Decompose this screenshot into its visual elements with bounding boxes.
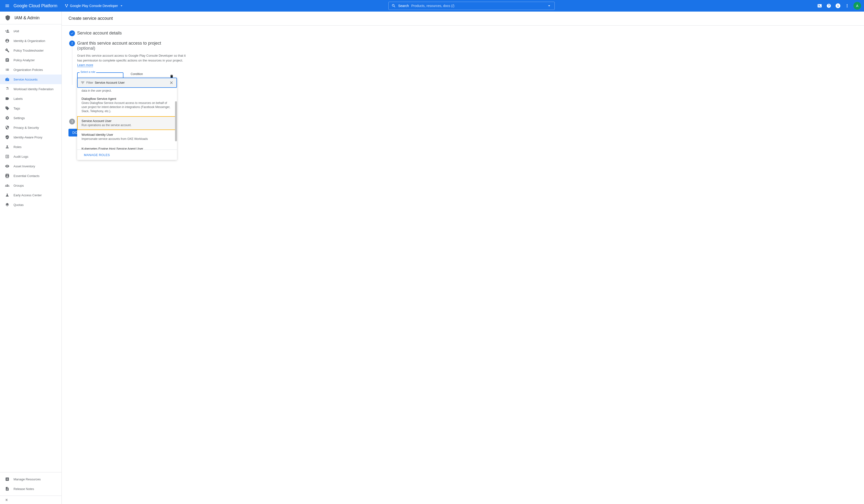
label-icon: [5, 96, 10, 101]
help-icon: [826, 3, 831, 8]
sidebar-item-service-accounts[interactable]: Service Accounts: [0, 74, 61, 84]
sidebar-item-label: Privacy & Security: [13, 126, 39, 130]
avatar[interactable]: A: [853, 2, 861, 10]
sidebar: IAM & Admin IAMIdentity & OrganizationPo…: [0, 12, 62, 504]
sidebar-item-label: Workload Identity Federation: [13, 87, 53, 91]
sidebar-item-organization-policies[interactable]: Organization Policies: [0, 65, 61, 74]
sidebar-item-quotas[interactable]: Quotas: [0, 200, 61, 209]
role-option-title: Workload Identity User: [82, 133, 172, 136]
step-2-description: Grant this service account access to Goo…: [77, 53, 190, 68]
sidebar-item-tags[interactable]: Tags: [0, 104, 61, 113]
step-2-subtitle: (optional): [77, 46, 224, 51]
sidebar-item-asset-inventory[interactable]: Asset Inventory: [0, 161, 61, 171]
header-right: 1 A: [817, 2, 861, 10]
sidebar-item-essential-contacts[interactable]: Essential Contacts: [0, 171, 61, 181]
list-icon: [5, 68, 10, 72]
badge-icon: [5, 77, 10, 82]
person-icon: [5, 145, 10, 149]
sidebar-item-policy-analyzer[interactable]: Policy Analyzer: [0, 55, 61, 65]
role-option-description: Impersonate service accounts from GKE Wo…: [82, 137, 172, 141]
role-select-label: Select a role: [80, 70, 96, 73]
visibility-icon: [5, 164, 10, 168]
sidebar-collapse-button[interactable]: [0, 495, 61, 504]
add-box-icon: [5, 477, 10, 481]
sidebar-item-label: Early Access Center: [13, 193, 42, 197]
sidebar-item-privacy-security[interactable]: Privacy & Security: [0, 123, 61, 132]
manage-roles-button[interactable]: MANAGE ROLES: [84, 153, 110, 157]
sidebar-item-label: Manage Resources: [13, 478, 41, 481]
step-1-indicator[interactable]: [69, 31, 75, 36]
sidebar-item-label: Asset Inventory: [13, 165, 35, 168]
role-dropdown-list[interactable]: data in the user project.Dialogflow Serv…: [77, 88, 177, 149]
cloud-shell-button[interactable]: [817, 3, 823, 9]
notification-badge: 1: [836, 3, 840, 8]
search-box[interactable]: Search Products, resources, docs (/): [388, 2, 555, 10]
app-header: Google Cloud Platform Google Play Consol…: [0, 0, 864, 12]
learn-more-link[interactable]: Learn more: [77, 63, 93, 67]
clear-filter-button[interactable]: [169, 81, 173, 85]
step-1-title: Service account details: [77, 31, 224, 36]
build-icon: [5, 48, 10, 52]
role-option[interactable]: Workload Identity UserImpersonate servic…: [77, 130, 177, 144]
filter-label: Filter: [86, 81, 93, 84]
sidebar-item-audit-logs[interactable]: Audit Logs: [0, 152, 61, 161]
sidebar-item-manage-resources[interactable]: Manage Resources: [0, 474, 61, 484]
sidebar-item-label: Tags: [13, 107, 20, 110]
notifications-button[interactable]: 1: [835, 3, 841, 9]
person-add-icon: [5, 29, 10, 33]
scrollbar-thumb[interactable]: [175, 101, 177, 141]
role-option[interactable]: Kubernetes Engine Host Service Agent Use…: [77, 144, 177, 149]
sidebar-item-identity-aware-proxy[interactable]: Identity-Aware Proxy: [0, 132, 61, 142]
svg-point-1: [67, 4, 68, 5]
sidebar-item-release-notes[interactable]: Release Notes: [0, 484, 61, 494]
step-2-indicator: 2: [69, 40, 75, 46]
sidebar-item-settings[interactable]: Settings: [0, 113, 61, 123]
verified-user-icon: [5, 135, 10, 140]
description-icon: [5, 487, 10, 491]
hamburger-menu-button[interactable]: [3, 1, 12, 10]
sidebar-item-early-access-center[interactable]: Early Access Center: [0, 190, 61, 200]
main-content: Create service account Service account d…: [62, 12, 864, 504]
sidebar-item-groups[interactable]: Groups: [0, 181, 61, 190]
help-button[interactable]: [826, 3, 832, 9]
logo-text[interactable]: Google Cloud Platform: [13, 3, 57, 9]
sidebar-item-label: Labels: [13, 97, 23, 100]
sidebar-item-label: Organization Policies: [13, 68, 43, 72]
sidebar-footer-section: Manage ResourcesRelease Notes: [0, 472, 61, 495]
sidebar-item-label: IAM: [13, 29, 19, 33]
check-icon: [70, 32, 74, 35]
sidebar-header[interactable]: IAM & Admin: [0, 12, 61, 24]
search-container: Search Products, resources, docs (/): [126, 2, 817, 10]
more-button[interactable]: [844, 3, 850, 9]
assignment-icon: [5, 58, 10, 62]
role-option[interactable]: data in the user project.: [77, 88, 177, 94]
sidebar-item-label: Roles: [13, 145, 22, 149]
terminal-icon: [817, 3, 822, 8]
role-option-description: Gives Dialogflow Service Account access …: [82, 101, 172, 113]
step-2: 2 Grant this service account access to p…: [69, 40, 224, 85]
sidebar-item-label: Essential Contacts: [13, 174, 39, 178]
role-option-title: Dialogflow Service Agent: [82, 97, 172, 100]
sidebar-item-labels[interactable]: Labels: [0, 94, 61, 104]
more-vert-icon: [845, 3, 850, 8]
role-option[interactable]: Dialogflow Service AgentGives Dialogflow…: [77, 94, 177, 116]
sidebar-item-identity-organization[interactable]: Identity & Organization: [0, 36, 61, 46]
role-option[interactable]: Service Account UserRun operations as th…: [77, 116, 177, 130]
sidebar-item-workload-identity-federation[interactable]: Workload Identity Federation: [0, 84, 61, 94]
chevron-left-icon: [5, 498, 9, 502]
menu-icon: [5, 3, 10, 8]
sidebar-items: IAMIdentity & OrganizationPolicy Trouble…: [0, 24, 61, 472]
sidebar-item-policy-troubleshooter[interactable]: Policy Troubleshooter: [0, 46, 61, 55]
tag-icon: [5, 106, 10, 110]
filter-value: Service Account User: [95, 81, 169, 84]
step-1: Service account details: [69, 31, 224, 39]
sidebar-item-label: Release Notes: [13, 487, 34, 491]
fingerprint-icon: [5, 87, 10, 91]
step-3-indicator: 3: [69, 119, 75, 124]
role-filter-input[interactable]: Filter Service Account User: [77, 77, 177, 88]
sidebar-item-iam[interactable]: IAM: [0, 26, 61, 36]
project-selector[interactable]: Google Play Console Developer: [62, 2, 126, 9]
project-icon: [64, 4, 69, 8]
sidebar-item-roles[interactable]: Roles: [0, 142, 61, 152]
sidebar-item-label: Quotas: [13, 203, 24, 207]
